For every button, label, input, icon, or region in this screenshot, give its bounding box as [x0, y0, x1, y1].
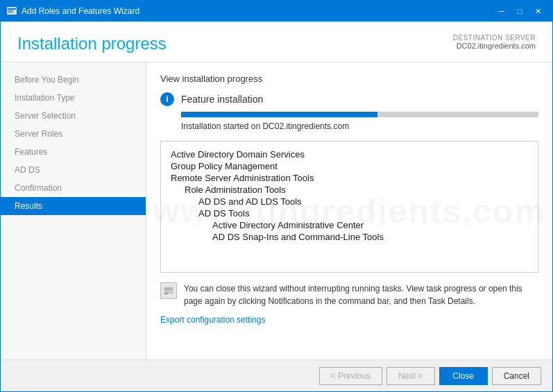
feature-install-row: i Feature installation	[160, 92, 538, 106]
progress-status: Installation started on DC02.itingredien…	[181, 121, 538, 131]
previous-button[interactable]: < Previous	[319, 367, 382, 385]
svg-rect-2	[8, 10, 13, 11]
progress-bar-fill	[181, 112, 377, 117]
title-bar: Add Roles and Features Wizard ─ □ ✕	[1, 1, 552, 22]
notice-icon	[160, 282, 177, 299]
feature-item: AD DS and AD LDS Tools	[198, 196, 528, 207]
content-area: Before You BeginInstallation TypeServer …	[1, 62, 552, 359]
footer: < Previous Next > Close Cancel	[1, 359, 552, 391]
feature-item: Role Administration Tools	[185, 184, 528, 196]
svg-rect-1	[8, 8, 16, 10]
cancel-button[interactable]: Cancel	[492, 367, 541, 385]
restore-button[interactable]: □	[511, 4, 529, 18]
title-bar-left: Add Roles and Features Wizard	[6, 6, 139, 17]
destination-label: DESTINATION SERVER	[453, 34, 536, 42]
page-header: Installation progress DESTINATION SERVER…	[1, 22, 552, 62]
progress-bar-container	[181, 112, 538, 117]
feature-list-box: Active Directory Domain ServicesGroup Po…	[160, 141, 538, 273]
destination-server-info: DESTINATION SERVER DC02.itingredients.co…	[453, 34, 536, 50]
next-button[interactable]: Next >	[386, 367, 435, 385]
sidebar-item-server-selection[interactable]: Server Selection	[1, 107, 146, 125]
sidebar-item-ad-ds[interactable]: AD DS	[1, 161, 146, 179]
wizard-window: Add Roles and Features Wizard ─ □ ✕ Inst…	[0, 0, 553, 392]
info-notice: You can close this wizard without interr…	[160, 282, 538, 307]
export-link[interactable]: Export configuration settings	[160, 315, 265, 325]
wizard-icon	[6, 6, 17, 17]
svg-rect-3	[8, 12, 13, 12]
close-button[interactable]: Close	[439, 367, 488, 385]
sidebar-item-features[interactable]: Features	[1, 143, 146, 161]
feature-install-label: Feature installation	[181, 94, 263, 105]
sidebar-item-confirmation[interactable]: Confirmation	[1, 179, 146, 197]
sidebar-item-server-roles[interactable]: Server Roles	[1, 125, 146, 143]
window-close-button[interactable]: ✕	[529, 4, 547, 18]
notice-text: You can close this wizard without interr…	[184, 282, 538, 307]
minimize-button[interactable]: ─	[493, 4, 511, 18]
feature-item: AD DS Snap-Ins and Command-Line Tools	[212, 231, 528, 243]
window-body: Installation progress DESTINATION SERVER…	[1, 22, 552, 391]
sidebar-item-results: Results	[1, 197, 146, 215]
window-title: Add Roles and Features Wizard	[22, 6, 139, 16]
sidebar: Before You BeginInstallation TypeServer …	[1, 62, 146, 359]
feature-item: Active Directory Domain Services	[171, 148, 528, 160]
sidebar-item-installation-type[interactable]: Installation Type	[1, 89, 146, 107]
feature-item: Group Policy Management	[171, 160, 528, 172]
window-controls: ─ □ ✕	[493, 4, 547, 18]
destination-value: DC02.itingredients.com	[453, 42, 536, 50]
svg-rect-5	[165, 289, 172, 289]
feature-item: AD DS Tools	[198, 207, 528, 219]
section-title: View installation progress	[160, 74, 538, 84]
info-icon: i	[160, 92, 174, 106]
main-pane: www.itingredients.com View installation …	[146, 62, 552, 359]
feature-item: Active Directory Administrative Center	[212, 219, 528, 231]
feature-item: Remote Server Administration Tools	[171, 172, 528, 184]
sidebar-item-before-you-begin[interactable]: Before You Begin	[1, 71, 146, 89]
page-title: Installation progress	[17, 34, 167, 53]
